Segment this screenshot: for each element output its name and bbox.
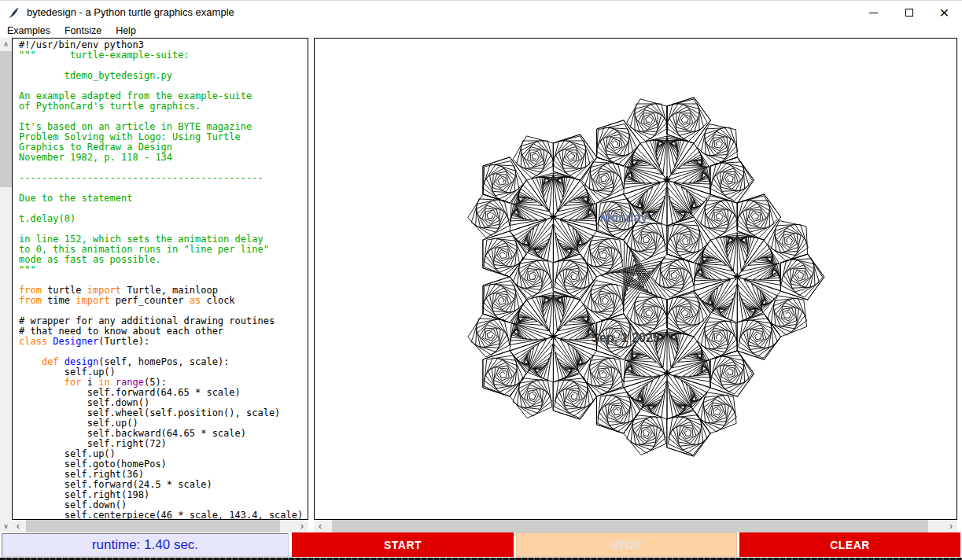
clear-button[interactable]: CLEAR xyxy=(739,532,960,557)
code-editor[interactable]: #!/usr/bin/env python3""" turtle-example… xyxy=(12,38,308,520)
maximize-icon xyxy=(905,9,913,17)
scroll-up-arrow-icon[interactable]: ∧ xyxy=(0,38,12,50)
menu-item-examples[interactable]: Examples xyxy=(0,24,57,38)
close-icon: × xyxy=(939,4,949,20)
canvas-hscrollbar-thumb[interactable] xyxy=(332,520,928,532)
turtle-canvas: MondaySep. 1 2025 xyxy=(314,38,957,520)
app-window: bytedesign - a Python turtle graphics ex… xyxy=(0,0,962,560)
code-line: t.delay(0) xyxy=(19,214,303,224)
scroll-left-arrow-icon[interactable]: ‹ xyxy=(12,520,24,532)
code-line: from time import perf_counter as clock xyxy=(19,296,303,306)
code-line: tdemo_bytedesign.py xyxy=(19,71,303,81)
menu-item-help[interactable]: Help xyxy=(109,24,143,38)
pane-divider[interactable] xyxy=(308,38,314,520)
menu-item-fontsize[interactable]: Fontsize xyxy=(57,24,109,38)
code-line: November 1982, p. 118 - 134 xyxy=(19,153,303,163)
window-title: bytedesign - a Python turtle graphics ex… xyxy=(27,1,234,24)
runtime-label: runtime: 1.40 sec. xyxy=(2,533,289,557)
scrollbar-row: ∨ ‹ › ‹ › xyxy=(0,520,962,532)
vertical-scrollbar-thumb[interactable] xyxy=(0,51,12,187)
stop-button[interactable]: STOP xyxy=(516,532,737,557)
code-line: of PythonCard's turtle graphics. xyxy=(19,101,303,112)
code-line: """ xyxy=(19,265,303,275)
scroll-right-arrow-icon[interactable]: › xyxy=(296,520,308,532)
code-hscrollbar-thumb[interactable] xyxy=(26,520,280,532)
feather-app-icon xyxy=(8,6,20,19)
code-line: mode as fast as possible. xyxy=(19,255,303,265)
code-horizontal-scrollbar[interactable]: ‹ › xyxy=(12,520,308,532)
code-line: """ turtle-example-suite: xyxy=(19,50,303,61)
bottom-bar: runtime: 1.40 sec. STARTSTOPCLEAR xyxy=(0,532,962,558)
canvas-weekday-label: Monday xyxy=(600,211,647,225)
menubar: ExamplesFontsizeHelp xyxy=(0,24,962,38)
main-area: ∧ #!/usr/bin/env python3""" turtle-examp… xyxy=(0,38,962,520)
canvas-horizontal-scrollbar[interactable]: ‹ › xyxy=(314,520,957,532)
close-button[interactable]: × xyxy=(927,1,962,24)
code-line: Due to the statement xyxy=(19,193,303,204)
scroll-right-arrow-icon[interactable]: › xyxy=(945,520,957,532)
titlebar[interactable]: bytedesign - a Python turtle graphics ex… xyxy=(0,1,962,24)
code-line: class Designer(Turtle): xyxy=(19,337,303,347)
minimize-icon xyxy=(869,13,878,13)
code-line: self.centerpiece(46 * scale, 143.4, scal… xyxy=(19,510,303,520)
start-button[interactable]: START xyxy=(292,532,514,557)
bytedesign-drawing xyxy=(315,39,956,519)
scroll-down-arrow-icon[interactable]: ∨ xyxy=(0,520,12,532)
minimize-button[interactable] xyxy=(856,1,891,24)
canvas-date-label: Sep. 1 2025 xyxy=(591,331,659,345)
code-line: ----------------------------------------… xyxy=(19,173,303,183)
code-text: #!/usr/bin/env python3""" turtle-example… xyxy=(19,40,303,520)
maximize-button[interactable] xyxy=(891,1,927,24)
scroll-left-arrow-icon[interactable]: ‹ xyxy=(314,520,326,532)
code-vertical-scrollbar[interactable]: ∧ xyxy=(0,38,12,520)
